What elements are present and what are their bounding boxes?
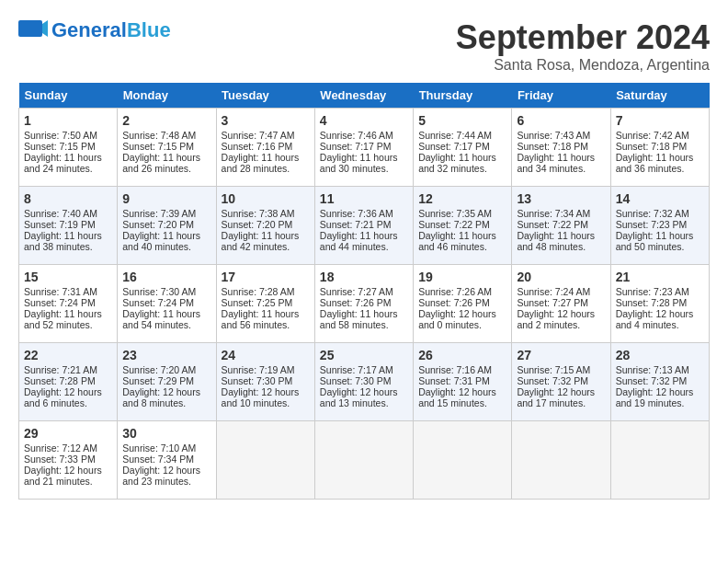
sunset-text: Sunset: 7:18 PM [517, 141, 588, 152]
sunset-text: Sunset: 7:31 PM [418, 375, 490, 386]
daylight-text: Daylight: 11 hours and 44 minutes. [320, 230, 398, 252]
daylight-text: Daylight: 12 hours and 4 minutes. [616, 308, 694, 330]
calendar-week-4: 22Sunrise: 7:21 AMSunset: 7:28 PMDayligh… [19, 343, 710, 421]
logo-icon [18, 20, 48, 40]
sunrise-text: Sunrise: 7:28 AM [222, 286, 295, 297]
sunrise-text: Sunrise: 7:46 AM [320, 130, 393, 141]
day-number: 27 [517, 348, 605, 362]
calendar-cell: 2Sunrise: 7:48 AMSunset: 7:15 PMDaylight… [118, 109, 216, 187]
calendar-week-2: 8Sunrise: 7:40 AMSunset: 7:19 PMDaylight… [19, 187, 710, 265]
calendar-cell [216, 421, 314, 500]
sunset-text: Sunset: 7:21 PM [320, 219, 392, 230]
sunrise-text: Sunrise: 7:38 AM [222, 208, 295, 219]
calendar-cell: 30Sunrise: 7:10 AMSunset: 7:34 PMDayligh… [118, 421, 216, 500]
day-number: 18 [320, 270, 408, 284]
sunrise-text: Sunrise: 7:43 AM [517, 130, 590, 141]
sunrise-text: Sunrise: 7:34 AM [517, 208, 590, 219]
daylight-text: Daylight: 11 hours and 52 minutes. [24, 308, 102, 330]
sunrise-text: Sunrise: 7:15 AM [517, 364, 590, 375]
day-number: 15 [24, 270, 112, 284]
sunset-text: Sunset: 7:24 PM [24, 297, 96, 308]
day-number: 7 [616, 113, 704, 128]
day-number: 11 [320, 191, 408, 206]
col-header-wednesday: Wednesday [314, 83, 413, 109]
sunset-text: Sunset: 7:32 PM [616, 375, 688, 386]
sunset-text: Sunset: 7:22 PM [517, 219, 588, 230]
sunrise-text: Sunrise: 7:39 AM [122, 208, 196, 219]
calendar-cell [512, 421, 610, 500]
day-number: 14 [616, 191, 704, 206]
calendar-cell: 16Sunrise: 7:30 AMSunset: 7:24 PMDayligh… [118, 265, 216, 343]
calendar-cell: 18Sunrise: 7:27 AMSunset: 7:26 PMDayligh… [314, 265, 413, 343]
svg-marker-1 [42, 20, 48, 37]
daylight-text: Daylight: 11 hours and 38 minutes. [24, 230, 102, 252]
calendar-cell: 4Sunrise: 7:46 AMSunset: 7:17 PMDaylight… [314, 109, 413, 187]
sunrise-text: Sunrise: 7:23 AM [616, 286, 689, 297]
sunrise-text: Sunrise: 7:31 AM [24, 286, 97, 297]
sunrise-text: Sunrise: 7:48 AM [122, 130, 196, 141]
daylight-text: Daylight: 11 hours and 34 minutes. [517, 152, 595, 174]
day-number: 1 [24, 113, 112, 128]
sunset-text: Sunset: 7:17 PM [418, 141, 490, 152]
daylight-text: Daylight: 11 hours and 58 minutes. [320, 308, 398, 330]
calendar-table: SundayMondayTuesdayWednesdayThursdayFrid… [18, 83, 710, 500]
sunset-text: Sunset: 7:34 PM [122, 454, 194, 465]
calendar-cell: 29Sunrise: 7:12 AMSunset: 7:33 PMDayligh… [19, 421, 118, 500]
day-number: 30 [122, 426, 210, 441]
sunset-text: Sunset: 7:17 PM [320, 141, 392, 152]
sunrise-text: Sunrise: 7:35 AM [418, 208, 492, 219]
daylight-text: Daylight: 12 hours and 17 minutes. [517, 386, 595, 408]
sunrise-text: Sunrise: 7:50 AM [24, 130, 97, 141]
sunset-text: Sunset: 7:25 PM [222, 297, 293, 308]
calendar-cell [314, 421, 413, 500]
sunset-text: Sunset: 7:30 PM [320, 375, 392, 386]
calendar-cell: 5Sunrise: 7:44 AMSunset: 7:17 PMDaylight… [414, 109, 512, 187]
sunset-text: Sunset: 7:28 PM [24, 375, 96, 386]
calendar-cell: 26Sunrise: 7:16 AMSunset: 7:31 PMDayligh… [414, 343, 512, 421]
day-number: 3 [222, 113, 310, 128]
calendar-cell: 8Sunrise: 7:40 AMSunset: 7:19 PMDaylight… [19, 187, 118, 265]
daylight-text: Daylight: 12 hours and 10 minutes. [222, 386, 300, 408]
calendar-cell: 22Sunrise: 7:21 AMSunset: 7:28 PMDayligh… [19, 343, 118, 421]
calendar-cell: 11Sunrise: 7:36 AMSunset: 7:21 PMDayligh… [314, 187, 413, 265]
sunset-text: Sunset: 7:26 PM [418, 297, 490, 308]
month-title: September 2024 [456, 18, 710, 57]
calendar-cell: 21Sunrise: 7:23 AMSunset: 7:28 PMDayligh… [610, 265, 709, 343]
day-number: 6 [517, 113, 605, 128]
daylight-text: Daylight: 11 hours and 40 minutes. [122, 230, 200, 252]
sunset-text: Sunset: 7:18 PM [616, 141, 688, 152]
daylight-text: Daylight: 11 hours and 50 minutes. [616, 230, 694, 252]
sunrise-text: Sunrise: 7:47 AM [222, 130, 295, 141]
calendar-cell: 6Sunrise: 7:43 AMSunset: 7:18 PMDaylight… [512, 109, 610, 187]
col-header-monday: Monday [118, 83, 216, 109]
daylight-text: Daylight: 11 hours and 30 minutes. [320, 152, 398, 174]
sunrise-text: Sunrise: 7:27 AM [320, 286, 393, 297]
day-number: 29 [24, 426, 112, 441]
day-number: 24 [222, 348, 310, 362]
col-header-thursday: Thursday [414, 83, 512, 109]
calendar-cell: 14Sunrise: 7:32 AMSunset: 7:23 PMDayligh… [610, 187, 709, 265]
day-number: 22 [24, 348, 112, 362]
daylight-text: Daylight: 12 hours and 13 minutes. [320, 386, 398, 408]
sunrise-text: Sunrise: 7:30 AM [122, 286, 196, 297]
svg-rect-0 [18, 20, 42, 37]
sunset-text: Sunset: 7:27 PM [517, 297, 588, 308]
calendar-cell: 15Sunrise: 7:31 AMSunset: 7:24 PMDayligh… [19, 265, 118, 343]
daylight-text: Daylight: 11 hours and 36 minutes. [616, 152, 694, 174]
sunset-text: Sunset: 7:28 PM [616, 297, 688, 308]
sunrise-text: Sunrise: 7:16 AM [418, 364, 492, 375]
sunrise-text: Sunrise: 7:12 AM [24, 442, 97, 454]
day-number: 23 [122, 348, 210, 362]
col-header-friday: Friday [512, 83, 610, 109]
calendar-cell: 24Sunrise: 7:19 AMSunset: 7:30 PMDayligh… [216, 343, 314, 421]
calendar-cell: 9Sunrise: 7:39 AMSunset: 7:20 PMDaylight… [118, 187, 216, 265]
calendar-cell: 27Sunrise: 7:15 AMSunset: 7:32 PMDayligh… [512, 343, 610, 421]
sunrise-text: Sunrise: 7:26 AM [418, 286, 492, 297]
daylight-text: Daylight: 11 hours and 46 minutes. [418, 230, 496, 252]
sunrise-text: Sunrise: 7:17 AM [320, 364, 393, 375]
daylight-text: Daylight: 11 hours and 26 minutes. [122, 152, 200, 174]
calendar-cell: 20Sunrise: 7:24 AMSunset: 7:27 PMDayligh… [512, 265, 610, 343]
calendar-cell: 13Sunrise: 7:34 AMSunset: 7:22 PMDayligh… [512, 187, 610, 265]
day-number: 19 [418, 270, 506, 284]
day-number: 2 [122, 113, 210, 128]
